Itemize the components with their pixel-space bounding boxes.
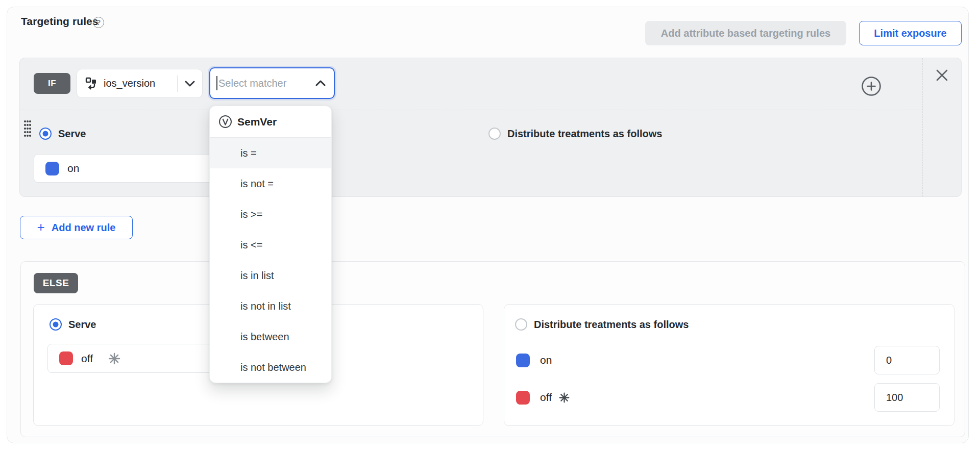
else-distribute-label: Distribute treatments as follows bbox=[534, 319, 689, 331]
condition-row: IF ios_version bbox=[20, 58, 923, 110]
add-new-rule-label: Add new rule bbox=[52, 222, 116, 234]
serve-label: Serve bbox=[58, 128, 86, 140]
page-title: Targeting rules bbox=[21, 15, 99, 28]
treatment-on-swatch bbox=[516, 354, 530, 367]
treatment-off-swatch bbox=[59, 351, 73, 365]
distribute-radio[interactable] bbox=[488, 128, 501, 140]
matcher-select-input[interactable]: Select matcher bbox=[209, 67, 335, 99]
treatment-name: off bbox=[81, 353, 93, 365]
else-rule-block: ELSE Serve off bbox=[20, 261, 965, 437]
semver-icon bbox=[218, 115, 232, 129]
attribute-name: ios_version bbox=[104, 78, 155, 89]
if-rule-main: IF ios_version bbox=[20, 58, 923, 196]
divider bbox=[177, 76, 178, 92]
treatment-off-swatch bbox=[516, 391, 530, 405]
default-treatment-star-icon bbox=[108, 353, 120, 365]
serve-radio[interactable] bbox=[39, 128, 52, 140]
matcher-option-is-gte[interactable]: is >= bbox=[210, 199, 331, 230]
else-distribute-radio[interactable] bbox=[515, 318, 527, 331]
limit-exposure-button[interactable]: Limit exposure bbox=[859, 21, 962, 45]
chevron-down-icon bbox=[185, 81, 195, 87]
treatment-on-percentage-input[interactable] bbox=[874, 346, 940, 374]
default-treatment-star-icon bbox=[559, 392, 570, 403]
treatment-off-percentage-input[interactable] bbox=[874, 383, 940, 412]
custom-attribute-icon bbox=[85, 77, 99, 90]
else-distribute-card: Distribute treatments as follows on off bbox=[504, 304, 954, 426]
help-icon[interactable]: ? bbox=[93, 17, 104, 28]
attribute-select[interactable]: ios_version bbox=[77, 69, 203, 98]
matcher-option-is-between[interactable]: is between bbox=[210, 321, 331, 352]
treatment-name: on bbox=[67, 162, 79, 174]
matcher-option-is-not-equal[interactable]: is not = bbox=[210, 168, 331, 199]
distribute-option-row: Distribute treatments as follows bbox=[515, 318, 689, 331]
add-attribute-rules-button[interactable]: Add attribute based targeting rules bbox=[645, 21, 846, 45]
distribute-treatment-row: off bbox=[516, 383, 940, 412]
serve-option-row: Serve bbox=[39, 128, 86, 140]
treatment-name: off bbox=[540, 391, 552, 404]
serve-option-row: Serve bbox=[50, 318, 96, 331]
matcher-placeholder: Select matcher bbox=[218, 78, 286, 89]
chevron-up-icon bbox=[315, 80, 326, 86]
matcher-option-is-not-in-list[interactable]: is not in list bbox=[210, 291, 331, 321]
else-keyword-badge: ELSE bbox=[34, 273, 78, 293]
add-condition-icon[interactable] bbox=[861, 76, 881, 96]
treatment-on-swatch bbox=[45, 162, 59, 175]
matcher-dropdown: SemVer is = is not = is >= is <= is in l… bbox=[209, 106, 332, 383]
else-serve-radio[interactable] bbox=[50, 318, 62, 331]
close-icon[interactable] bbox=[935, 68, 949, 82]
matcher-option-is-not-between[interactable]: is not between bbox=[210, 352, 331, 383]
targeting-rules-panel: Targeting rules ? Add attribute based ta… bbox=[7, 7, 969, 443]
distribute-treatment-row: on bbox=[516, 346, 940, 374]
else-serve-label: Serve bbox=[68, 319, 96, 331]
text-cursor bbox=[216, 76, 217, 90]
if-rule-block: IF ios_version bbox=[19, 58, 962, 197]
matcher-group-header: SemVer bbox=[210, 106, 331, 138]
drag-handle-icon[interactable] bbox=[23, 119, 32, 138]
treatment-name: on bbox=[540, 354, 552, 366]
matcher-option-is-lte[interactable]: is <= bbox=[210, 230, 331, 260]
distribute-label: Distribute treatments as follows bbox=[507, 128, 662, 140]
distribute-option-row: Distribute treatments as follows bbox=[488, 128, 662, 140]
add-new-rule-button[interactable]: + Add new rule bbox=[20, 216, 133, 239]
if-keyword-badge: IF bbox=[34, 73, 70, 94]
rule-actions-column bbox=[922, 58, 961, 196]
matcher-group-title: SemVer bbox=[237, 116, 277, 128]
matcher-option-is-equal[interactable]: is = bbox=[210, 138, 331, 168]
matcher-option-is-in-list[interactable]: is in list bbox=[210, 260, 331, 291]
plus-icon: + bbox=[37, 220, 45, 234]
